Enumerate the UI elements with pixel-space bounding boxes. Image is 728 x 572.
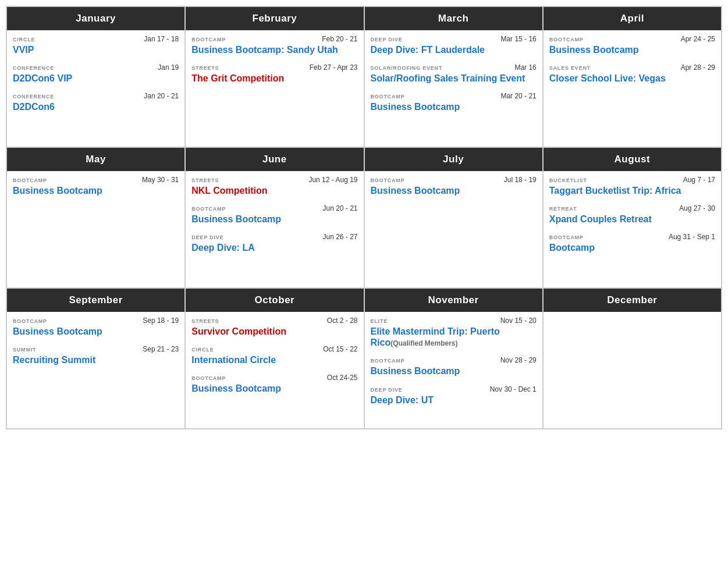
- month-header-october: October: [186, 289, 363, 312]
- event-type: DEEP DIVE: [371, 37, 403, 42]
- event-meta: BOOTCAMPNov 28 - 29: [371, 356, 537, 364]
- event-type: STREETS: [191, 65, 219, 71]
- month-body-february: BOOTCAMPFeb 20 - 21Business Bootcamp: Sa…: [186, 30, 363, 147]
- event-meta: BOOTCAMPOct 24-25: [191, 374, 357, 382]
- event-date: Jul 18 - 19: [504, 176, 537, 184]
- month-cell-june: JuneSTREETSJun 12 - Aug 19NKL Competitio…: [185, 147, 364, 288]
- event-date: Apr 28 - 29: [681, 63, 715, 72]
- event-meta: SOLAR/ROOFING EVENTMar 16: [371, 63, 537, 72]
- event-meta: BOOTCAMPJun 20 - 21: [191, 204, 357, 212]
- event-title: VVIP: [13, 44, 179, 55]
- event-date: Jan 19: [158, 63, 179, 72]
- event-block: CIRCLEJan 17 - 18VVIP: [13, 35, 179, 55]
- event-block: CONFERENCEJan 19D2DCon6 VIP: [13, 63, 179, 84]
- month-body-april: BOOTCAMPApr 24 - 25Business BootcampSALE…: [544, 30, 721, 147]
- event-title: Business Bootcamp: [13, 185, 179, 196]
- event-type: CIRCLE: [191, 347, 214, 353]
- event-meta: BOOTCAMPJul 18 - 19: [371, 176, 537, 184]
- month-cell-january: JanuaryCIRCLEJan 17 - 18VVIPCONFERENCEJa…: [6, 6, 185, 147]
- event-type: BOOTCAMP: [549, 37, 584, 42]
- month-cell-march: MarchDEEP DIVEMar 15 - 16Deep Dive: FT L…: [364, 6, 543, 147]
- event-date: Aug 7 - 17: [683, 176, 715, 184]
- month-cell-october: OctoberSTREETSOct 2 - 28Survivor Competi…: [185, 288, 364, 429]
- month-body-december: [544, 312, 721, 428]
- event-title: D2DCon6 VIP: [13, 73, 179, 84]
- event-title: The Grit Competition: [191, 73, 357, 84]
- event-title: Closer School Live: Vegas: [549, 73, 715, 84]
- event-date: Feb 27 - Apr 23: [310, 63, 358, 72]
- event-type: BOOTCAMP: [191, 37, 226, 42]
- event-type: RETREAT: [549, 206, 577, 212]
- event-date: Nov 15 - 20: [500, 317, 537, 325]
- event-date: Aug 27 - 30: [679, 204, 715, 212]
- event-title: Business Bootcamp: [371, 101, 537, 112]
- event-title: Recruiting Summit: [13, 354, 179, 365]
- event-date: Jun 12 - Aug 19: [308, 176, 357, 184]
- event-type: BOOTCAMP: [371, 177, 405, 183]
- event-type: STREETS: [191, 318, 219, 324]
- month-header-may: May: [7, 148, 184, 171]
- event-type: BOOTCAMP: [549, 235, 584, 240]
- event-block: BOOTCAMPMar 20 - 21Business Bootcamp: [371, 92, 537, 112]
- event-meta: DEEP DIVEJun 26 - 27: [191, 233, 357, 241]
- event-date: Oct 24-25: [327, 374, 358, 382]
- month-cell-november: NovemberELITENov 15 - 20Elite Mastermind…: [364, 288, 543, 429]
- event-type: BOOTCAMP: [191, 375, 226, 381]
- event-block: BOOTCAMPSep 18 - 19Business Bootcamp: [13, 317, 179, 337]
- event-type: DEEP DIVE: [191, 235, 223, 240]
- event-title: Business Bootcamp: [191, 383, 357, 394]
- event-date: Mar 16: [514, 63, 536, 72]
- month-cell-july: JulyBOOTCAMPJul 18 - 19Business Bootcamp: [364, 147, 543, 288]
- month-header-april: April: [544, 7, 721, 30]
- event-block: STREETSFeb 27 - Apr 23The Grit Competiti…: [191, 63, 357, 84]
- event-meta: BOOTCAMPMay 30 - 31: [13, 176, 179, 184]
- event-block: BOOTCAMPAug 31 - Sep 1Bootcamp: [549, 233, 715, 253]
- event-block: BOOTCAMPFeb 20 - 21Business Bootcamp: Sa…: [191, 35, 357, 55]
- event-date: Oct 2 - 28: [327, 317, 358, 325]
- event-date: Mar 15 - 16: [500, 35, 536, 43]
- event-meta: CONFERENCEJan 20 - 21: [13, 92, 179, 100]
- event-block: STREETSJun 12 - Aug 19NKL Competition: [191, 176, 357, 196]
- event-title: Business Bootcamp: [13, 326, 179, 337]
- event-date: Mar 20 - 21: [500, 92, 536, 100]
- event-title: Bootcamp: [549, 242, 715, 253]
- event-title: Solar/Roofing Sales Training Event: [371, 73, 537, 84]
- month-cell-may: MayBOOTCAMPMay 30 - 31Business Bootcamp: [6, 147, 185, 288]
- event-date: Aug 31 - Sep 1: [669, 233, 715, 241]
- month-body-september: BOOTCAMPSep 18 - 19Business BootcampSUMM…: [7, 312, 184, 428]
- month-body-january: CIRCLEJan 17 - 18VVIPCONFERENCEJan 19D2D…: [7, 30, 184, 147]
- event-block: CONFERENCEJan 20 - 21D2DCon6: [13, 92, 179, 112]
- month-header-september: September: [7, 289, 184, 312]
- month-header-december: December: [544, 289, 721, 312]
- event-meta: SUMMITSep 21 - 23: [13, 345, 179, 353]
- event-meta: CIRCLEJan 17 - 18: [13, 35, 179, 43]
- event-type: BOOTCAMP: [371, 94, 405, 100]
- event-block: ELITENov 15 - 20Elite Mastermind Trip: P…: [371, 317, 537, 348]
- month-header-june: June: [186, 148, 363, 171]
- event-type: BOOTCAMP: [371, 358, 405, 364]
- calendar-grid: JanuaryCIRCLEJan 17 - 18VVIPCONFERENCEJa…: [6, 6, 722, 429]
- event-block: SALES EVENTApr 28 - 29Closer School Live…: [549, 63, 715, 84]
- event-block: SUMMITSep 21 - 23Recruiting Summit: [13, 345, 179, 365]
- month-header-january: January: [7, 7, 184, 30]
- month-cell-august: AugustBUCKETLISTAug 7 - 17Taggart Bucket…: [543, 147, 722, 288]
- month-header-november: November: [365, 289, 542, 312]
- event-block: CIRCLEOct 15 - 22International Circle: [191, 345, 357, 365]
- event-block: BOOTCAMPMay 30 - 31Business Bootcamp: [13, 176, 179, 196]
- month-body-july: BOOTCAMPJul 18 - 19Business Bootcamp: [365, 171, 542, 287]
- month-body-march: DEEP DIVEMar 15 - 16Deep Dive: FT Lauder…: [365, 30, 542, 147]
- event-type: BOOTCAMP: [13, 177, 47, 183]
- event-date: Jan 20 - 21: [144, 92, 179, 100]
- month-header-august: August: [544, 148, 721, 171]
- event-block: DEEP DIVEJun 26 - 27Deep Dive: LA: [191, 233, 357, 253]
- event-meta: BUCKETLISTAug 7 - 17: [549, 176, 715, 184]
- month-body-august: BUCKETLISTAug 7 - 17Taggart Bucketlist T…: [544, 171, 721, 287]
- event-block: BOOTCAMPJun 20 - 21Business Bootcamp: [191, 204, 357, 225]
- event-title: Xpand Couples Retreat: [549, 214, 715, 225]
- event-title: Business Bootcamp: [371, 365, 537, 376]
- month-body-november: ELITENov 15 - 20Elite Mastermind Trip: P…: [365, 312, 542, 428]
- event-meta: ELITENov 15 - 20: [371, 317, 537, 325]
- event-type: BOOTCAMP: [191, 206, 226, 212]
- event-block: BOOTCAMPJul 18 - 19Business Bootcamp: [371, 176, 537, 196]
- month-cell-september: SeptemberBOOTCAMPSep 18 - 19Business Boo…: [6, 288, 185, 429]
